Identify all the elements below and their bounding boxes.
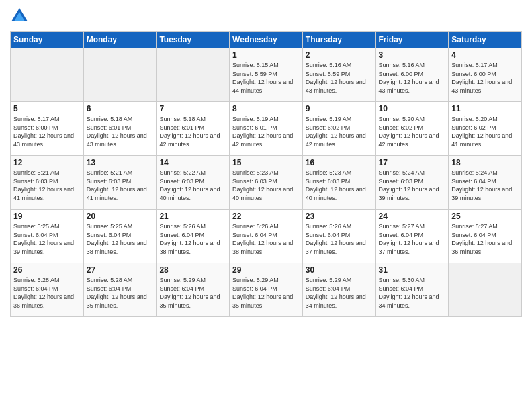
day-info: Sunrise: 5:17 AM Sunset: 6:00 PM Dayligh… [13,115,81,148]
day-number: 20 [87,212,154,221]
day-cell: 21Sunrise: 5:26 AM Sunset: 6:04 PM Dayli… [157,210,230,263]
day-number: 4 [451,50,519,60]
day-cell: 1Sunrise: 5:15 AM Sunset: 5:59 PM Daylig… [230,48,303,102]
day-cell: 8Sunrise: 5:19 AM Sunset: 6:01 PM Daylig… [230,102,303,156]
day-number: 28 [159,265,226,275]
day-info: Sunrise: 5:23 AM Sunset: 6:03 PM Dayligh… [232,169,300,202]
day-info: Sunrise: 5:22 AM Sunset: 6:03 PM Dayligh… [159,169,226,202]
day-number: 24 [379,212,446,221]
day-cell [449,263,522,317]
day-info: Sunrise: 5:26 AM Sunset: 6:04 PM Dayligh… [232,222,300,256]
day-info: Sunrise: 5:28 AM Sunset: 6:04 PM Dayligh… [13,276,81,310]
weekday-header-wednesday: Wednesday [230,32,303,48]
day-info: Sunrise: 5:25 AM Sunset: 6:04 PM Dayligh… [13,222,81,256]
day-number: 10 [379,104,446,113]
day-info: Sunrise: 5:25 AM Sunset: 6:04 PM Dayligh… [87,222,154,256]
day-number: 31 [379,265,446,275]
day-number: 12 [13,158,81,167]
day-number: 23 [306,212,373,221]
day-number: 13 [87,158,154,167]
day-cell: 26Sunrise: 5:28 AM Sunset: 6:04 PM Dayli… [11,263,84,317]
weekday-header-tuesday: Tuesday [157,32,230,48]
day-info: Sunrise: 5:19 AM Sunset: 6:01 PM Dayligh… [232,115,300,148]
day-number: 5 [13,104,81,113]
day-cell: 19Sunrise: 5:25 AM Sunset: 6:04 PM Dayli… [11,210,84,263]
day-info: Sunrise: 5:19 AM Sunset: 6:02 PM Dayligh… [306,115,373,148]
day-info: Sunrise: 5:21 AM Sunset: 6:03 PM Dayligh… [87,169,154,202]
day-info: Sunrise: 5:24 AM Sunset: 6:04 PM Dayligh… [451,169,519,202]
day-cell: 24Sunrise: 5:27 AM Sunset: 6:04 PM Dayli… [375,210,449,263]
day-cell: 5Sunrise: 5:17 AM Sunset: 6:00 PM Daylig… [11,102,84,156]
day-cell: 30Sunrise: 5:29 AM Sunset: 6:04 PM Dayli… [302,263,375,317]
day-number: 2 [306,50,373,60]
day-info: Sunrise: 5:27 AM Sunset: 6:04 PM Dayligh… [379,222,446,256]
header [10,7,522,26]
day-number: 1 [232,50,300,60]
day-info: Sunrise: 5:21 AM Sunset: 6:03 PM Dayligh… [13,169,81,202]
day-info: Sunrise: 5:27 AM Sunset: 6:04 PM Dayligh… [451,222,519,256]
day-number: 26 [13,265,81,275]
logo [10,7,32,26]
day-number: 14 [159,158,226,167]
day-number: 27 [87,265,154,275]
weekday-header-monday: Monday [83,32,157,48]
day-cell: 15Sunrise: 5:23 AM Sunset: 6:03 PM Dayli… [230,156,303,210]
day-info: Sunrise: 5:29 AM Sunset: 6:04 PM Dayligh… [232,276,300,310]
day-number: 11 [451,104,519,113]
day-cell: 20Sunrise: 5:25 AM Sunset: 6:04 PM Dayli… [83,210,157,263]
week-row-4: 26Sunrise: 5:28 AM Sunset: 6:04 PM Dayli… [11,263,522,317]
week-row-2: 12Sunrise: 5:21 AM Sunset: 6:03 PM Dayli… [11,156,522,210]
day-cell: 18Sunrise: 5:24 AM Sunset: 6:04 PM Dayli… [449,156,522,210]
day-number: 3 [379,50,446,60]
day-cell: 16Sunrise: 5:23 AM Sunset: 6:03 PM Dayli… [302,156,375,210]
day-info: Sunrise: 5:16 AM Sunset: 5:59 PM Dayligh… [306,61,373,95]
calendar-table: SundayMondayTuesdayWednesdayThursdayFrid… [10,31,522,317]
day-cell: 14Sunrise: 5:22 AM Sunset: 6:03 PM Dayli… [157,156,230,210]
day-cell: 11Sunrise: 5:20 AM Sunset: 6:02 PM Dayli… [449,102,522,156]
day-number: 15 [232,158,300,167]
day-info: Sunrise: 5:24 AM Sunset: 6:03 PM Dayligh… [379,169,446,202]
day-cell: 27Sunrise: 5:28 AM Sunset: 6:04 PM Dayli… [83,263,157,317]
weekday-header-thursday: Thursday [302,32,375,48]
day-info: Sunrise: 5:18 AM Sunset: 6:01 PM Dayligh… [87,115,154,148]
day-number: 21 [159,212,226,221]
day-info: Sunrise: 5:18 AM Sunset: 6:01 PM Dayligh… [159,115,226,148]
day-number: 17 [379,158,446,167]
day-cell [83,48,157,102]
weekday-header-row: SundayMondayTuesdayWednesdayThursdayFrid… [11,32,522,48]
day-cell: 3Sunrise: 5:16 AM Sunset: 6:00 PM Daylig… [375,48,449,102]
day-number: 30 [306,265,373,275]
day-cell: 12Sunrise: 5:21 AM Sunset: 6:03 PM Dayli… [11,156,84,210]
day-number: 8 [232,104,300,113]
day-number: 22 [232,212,300,221]
day-number: 9 [306,104,373,113]
week-row-3: 19Sunrise: 5:25 AM Sunset: 6:04 PM Dayli… [11,210,522,263]
day-number: 6 [87,104,154,113]
weekday-header-friday: Friday [375,32,449,48]
day-cell: 23Sunrise: 5:26 AM Sunset: 6:04 PM Dayli… [302,210,375,263]
day-cell: 29Sunrise: 5:29 AM Sunset: 6:04 PM Dayli… [230,263,303,317]
logo-icon [10,7,29,26]
day-cell: 25Sunrise: 5:27 AM Sunset: 6:04 PM Dayli… [449,210,522,263]
day-cell: 9Sunrise: 5:19 AM Sunset: 6:02 PM Daylig… [302,102,375,156]
day-cell [157,48,230,102]
calendar-page: SundayMondayTuesdayWednesdayThursdayFrid… [0,0,532,411]
day-cell: 2Sunrise: 5:16 AM Sunset: 5:59 PM Daylig… [302,48,375,102]
day-info: Sunrise: 5:29 AM Sunset: 6:04 PM Dayligh… [306,276,373,310]
day-info: Sunrise: 5:20 AM Sunset: 6:02 PM Dayligh… [379,115,446,148]
day-info: Sunrise: 5:29 AM Sunset: 6:04 PM Dayligh… [159,276,226,310]
week-row-1: 5Sunrise: 5:17 AM Sunset: 6:00 PM Daylig… [11,102,522,156]
day-info: Sunrise: 5:15 AM Sunset: 5:59 PM Dayligh… [232,61,300,95]
day-cell: 7Sunrise: 5:18 AM Sunset: 6:01 PM Daylig… [157,102,230,156]
day-cell: 13Sunrise: 5:21 AM Sunset: 6:03 PM Dayli… [83,156,157,210]
day-cell: 4Sunrise: 5:17 AM Sunset: 6:00 PM Daylig… [449,48,522,102]
weekday-header-sunday: Sunday [11,32,84,48]
day-cell: 22Sunrise: 5:26 AM Sunset: 6:04 PM Dayli… [230,210,303,263]
day-info: Sunrise: 5:30 AM Sunset: 6:04 PM Dayligh… [379,276,446,310]
day-number: 25 [451,212,519,221]
day-info: Sunrise: 5:26 AM Sunset: 6:04 PM Dayligh… [306,222,373,256]
day-cell: 28Sunrise: 5:29 AM Sunset: 6:04 PM Dayli… [157,263,230,317]
day-cell [11,48,84,102]
day-info: Sunrise: 5:17 AM Sunset: 6:00 PM Dayligh… [451,61,519,95]
weekday-header-saturday: Saturday [449,32,522,48]
